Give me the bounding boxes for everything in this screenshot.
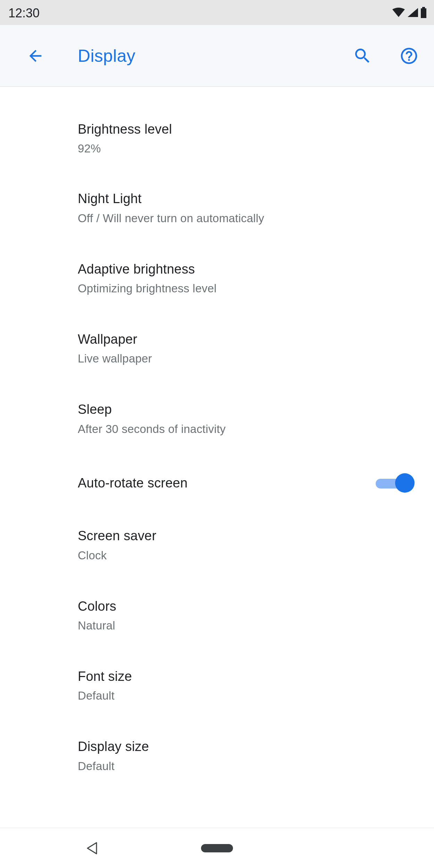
search-icon [353,46,372,66]
setting-title: Brightness level [78,121,413,138]
navigation-bar [0,828,434,868]
auto-rotate-switch[interactable] [376,473,415,493]
nav-back-button[interactable] [86,841,98,855]
search-button[interactable] [353,46,372,66]
setting-wallpaper[interactable]: Wallpaper Live wallpaper [0,314,434,384]
setting-font-size[interactable]: Font size Default [0,651,434,721]
nav-back-icon [86,841,98,855]
wifi-icon [392,7,406,18]
setting-display-size[interactable]: Display size Default [0,721,434,787]
setting-night-light[interactable]: Night Light Off / Will never turn on aut… [0,173,434,243]
setting-subtitle: 92% [78,141,413,156]
setting-subtitle: Live wallpaper [78,351,413,366]
page-title: Display [78,46,353,66]
setting-title: Adaptive brightness [78,261,413,278]
header-actions [353,46,427,66]
setting-title: Colors [78,598,413,615]
setting-screen-saver[interactable]: Screen saver Clock [0,512,434,580]
settings-list: Brightness level 92% Night Light Off / W… [0,87,434,788]
setting-title: Screen saver [78,527,413,544]
help-button[interactable] [399,46,419,66]
app-bar: Display [0,25,434,87]
setting-subtitle: Off / Will never turn on automatically [78,211,413,226]
svg-rect-0 [421,8,426,18]
setting-subtitle: Default [78,759,413,774]
status-bar: 12:30 [0,0,434,25]
cell-signal-icon [407,7,419,18]
setting-subtitle: Default [78,688,413,703]
setting-title: Wallpaper [78,331,413,348]
setting-title: Auto-rotate screen [78,475,376,492]
setting-brightness[interactable]: Brightness level 92% [0,104,434,173]
setting-subtitle: Clock [78,548,413,563]
arrow-left-icon [26,47,44,65]
nav-home-pill[interactable] [201,844,233,852]
setting-auto-rotate[interactable]: Auto-rotate screen [0,454,434,512]
setting-subtitle: After 30 seconds of inactivity [78,422,413,437]
setting-title: Display size [78,738,413,755]
help-icon [399,46,419,66]
setting-colors[interactable]: Colors Natural [0,581,434,651]
setting-adaptive-brightness[interactable]: Adaptive brightness Optimizing brightnes… [0,243,434,314]
setting-title: Font size [78,668,413,685]
setting-title: Night Light [78,190,413,207]
switch-thumb [395,473,415,493]
back-button[interactable] [25,45,46,66]
svg-rect-1 [422,7,425,8]
setting-subtitle: Natural [78,618,413,633]
setting-sleep[interactable]: Sleep After 30 seconds of inactivity [0,384,434,454]
setting-title: Sleep [78,401,413,418]
battery-icon [420,7,427,18]
setting-subtitle: Optimizing brightness level [78,281,413,296]
status-time: 12:30 [8,6,40,20]
status-icons [392,7,427,18]
